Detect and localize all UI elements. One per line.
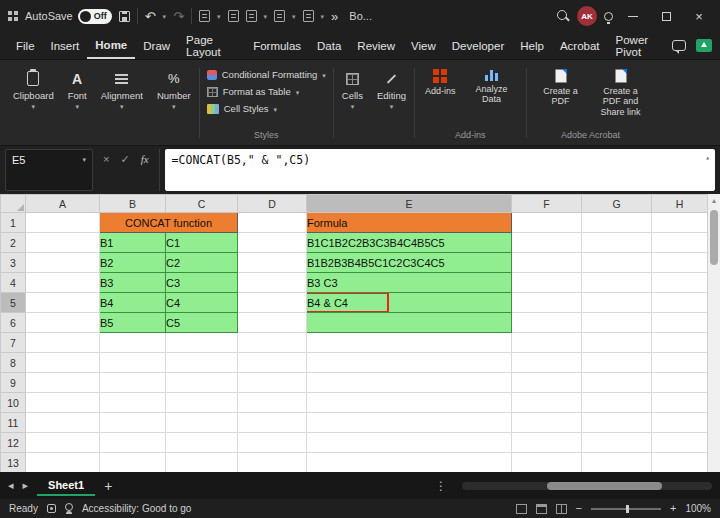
cell-h3[interactable] [652, 253, 708, 273]
row-header-3[interactable]: 3 [1, 253, 26, 273]
conditional-formatting-button[interactable]: Conditional Formatting ▾ [207, 66, 326, 83]
ribbon-group-number[interactable]: % Number ▾ [150, 63, 198, 143]
cell-g6[interactable] [582, 313, 652, 333]
avatar[interactable]: AK [577, 6, 597, 26]
app-launcher-icon[interactable] [8, 11, 18, 21]
cell-c7[interactable] [166, 333, 238, 353]
cell-d4[interactable] [238, 273, 307, 293]
analyze-data-button[interactable]: Analyze Data [465, 66, 519, 105]
cell-a5[interactable] [26, 293, 100, 313]
cell-f13[interactable] [512, 453, 582, 473]
previous-sheet-icon[interactable]: ◂ [8, 479, 14, 492]
cell-a2[interactable] [26, 233, 100, 253]
cell-b4[interactable]: B3 [100, 273, 166, 293]
menu-tab-file[interactable]: File [8, 32, 43, 59]
cell-h9[interactable] [652, 373, 708, 393]
menu-tab-formulas[interactable]: Formulas [245, 32, 309, 59]
cell-e12[interactable] [307, 433, 512, 453]
cell-f1[interactable] [512, 213, 582, 233]
cell-d11[interactable] [238, 413, 307, 433]
column-header-h[interactable]: H [652, 195, 708, 213]
menu-tab-power-pivot[interactable]: Power Pivot [608, 32, 672, 59]
cell-e10[interactable] [307, 393, 512, 413]
cell-h8[interactable] [652, 353, 708, 373]
menu-tab-insert[interactable]: Insert [43, 32, 88, 59]
borders-icon[interactable] [303, 10, 314, 22]
cell-a7[interactable] [26, 333, 100, 353]
save-icon[interactable] [119, 11, 130, 22]
cell-d10[interactable] [238, 393, 307, 413]
cell-h5[interactable] [652, 293, 708, 313]
ribbon-group-editing[interactable]: Editing ▾ [370, 63, 413, 143]
column-header-d[interactable]: D [238, 195, 307, 213]
cell-h13[interactable] [652, 453, 708, 473]
cell-d8[interactable] [238, 353, 307, 373]
cell-b9[interactable] [100, 373, 166, 393]
cell-c8[interactable] [166, 353, 238, 373]
ribbon-group-alignment[interactable]: Alignment ▾ [94, 63, 150, 143]
cell-f10[interactable] [512, 393, 582, 413]
add-ins-button[interactable]: Add-ins [422, 66, 459, 105]
cell-a1[interactable] [26, 213, 100, 233]
create-pdf-button[interactable]: Create a PDF [534, 66, 588, 117]
page-layout-view-icon[interactable] [536, 504, 547, 514]
cell-g7[interactable] [582, 333, 652, 353]
menu-tab-review[interactable]: Review [349, 32, 403, 59]
cell-a9[interactable] [26, 373, 100, 393]
cell-b1[interactable]: CONCAT function [100, 213, 238, 233]
cell-g10[interactable] [582, 393, 652, 413]
cell-g1[interactable] [582, 213, 652, 233]
cell-b13[interactable] [100, 453, 166, 473]
cell-f12[interactable] [512, 433, 582, 453]
share-icon[interactable] [696, 39, 712, 52]
menu-tab-acrobat[interactable]: Acrobat [552, 32, 608, 59]
cell-g13[interactable] [582, 453, 652, 473]
row-header-12[interactable]: 12 [1, 433, 26, 453]
autosave-switch[interactable]: Off [78, 9, 112, 24]
cell-g12[interactable] [582, 433, 652, 453]
cell-b10[interactable] [100, 393, 166, 413]
cell-c11[interactable] [166, 413, 238, 433]
cell-b12[interactable] [100, 433, 166, 453]
select-all-button[interactable] [1, 195, 26, 213]
cell-d7[interactable] [238, 333, 307, 353]
paste-chevron-icon[interactable]: ▾ [217, 13, 221, 20]
cell-g9[interactable] [582, 373, 652, 393]
cell-h10[interactable] [652, 393, 708, 413]
row-header-8[interactable]: 8 [1, 353, 26, 373]
cell-h4[interactable] [652, 273, 708, 293]
cell-c3[interactable]: C2 [166, 253, 238, 273]
cell-a6[interactable] [26, 313, 100, 333]
cell-h1[interactable] [652, 213, 708, 233]
cell-a11[interactable] [26, 413, 100, 433]
cell-d12[interactable] [238, 433, 307, 453]
horizontal-scrollbar[interactable] [462, 482, 712, 490]
cell-f11[interactable] [512, 413, 582, 433]
cell-e4[interactable]: B3 C3 [307, 273, 512, 293]
cell-f5[interactable] [512, 293, 582, 313]
undo-icon[interactable]: ↶ [145, 10, 156, 23]
cell-e3[interactable]: B1B2B3B4B5C1C2C3C4C5 [307, 253, 512, 273]
cell-c9[interactable] [166, 373, 238, 393]
macro-record-icon[interactable] [47, 504, 56, 513]
row-header-10[interactable]: 10 [1, 393, 26, 413]
row-header-1[interactable]: 1 [1, 213, 26, 233]
cell-c4[interactable]: C3 [166, 273, 238, 293]
sort-icon[interactable] [274, 10, 285, 22]
ribbon-group-clipboard[interactable]: Clipboard ▾ [6, 63, 61, 143]
cell-a12[interactable] [26, 433, 100, 453]
ribbon-group-font[interactable]: A Font ▾ [61, 63, 94, 143]
cell-b2[interactable]: B1 [100, 233, 166, 253]
new-sheet-button[interactable]: + [104, 478, 112, 494]
vertical-scroll-thumb[interactable] [710, 210, 718, 265]
cell-h11[interactable] [652, 413, 708, 433]
zoom-level[interactable]: 100% [685, 503, 711, 514]
maximize-button[interactable] [653, 4, 679, 28]
cell-e5[interactable]: B4 & C4 [307, 293, 512, 313]
cell-b3[interactable]: B2 [100, 253, 166, 273]
cell-c13[interactable] [166, 453, 238, 473]
sheet-tab-sheet1[interactable]: Sheet1 [37, 475, 95, 496]
zoom-out-icon[interactable]: − [576, 503, 582, 514]
menu-tab-help[interactable]: Help [512, 32, 552, 59]
cell-h12[interactable] [652, 433, 708, 453]
